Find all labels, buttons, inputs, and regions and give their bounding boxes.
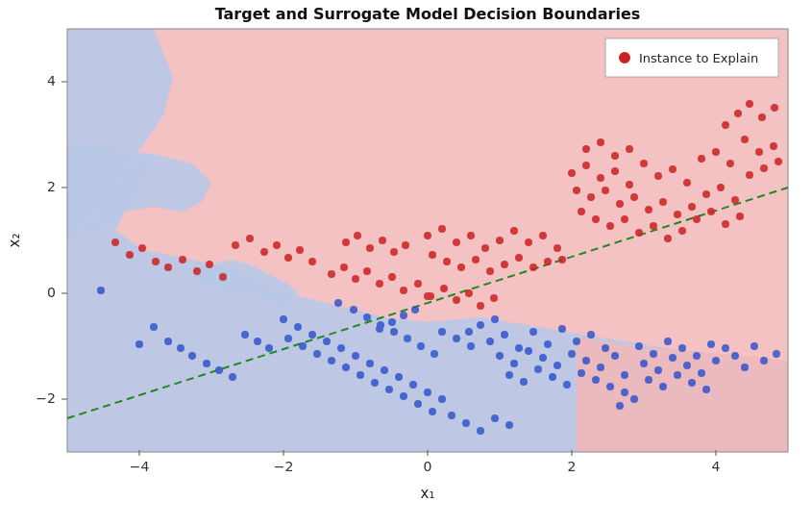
y-tick-4: 4 (47, 73, 56, 88)
svg-point-22 (529, 328, 537, 336)
svg-point-216 (379, 237, 386, 244)
svg-point-197 (465, 289, 473, 297)
svg-point-118 (417, 342, 425, 350)
svg-point-111 (265, 344, 273, 352)
svg-point-81 (323, 338, 331, 345)
svg-point-158 (678, 227, 686, 235)
svg-point-233 (582, 145, 590, 153)
svg-point-193 (414, 280, 422, 288)
svg-point-169 (746, 171, 753, 179)
svg-point-87 (409, 381, 417, 389)
svg-point-162 (736, 213, 744, 220)
svg-point-34 (582, 357, 590, 364)
svg-point-138 (683, 179, 691, 187)
svg-point-84 (366, 360, 374, 367)
svg-point-148 (702, 190, 710, 198)
svg-point-173 (438, 225, 446, 233)
svg-point-215 (366, 244, 374, 252)
svg-point-167 (755, 148, 763, 156)
svg-point-237 (424, 292, 431, 300)
svg-point-120 (448, 412, 455, 419)
svg-point-64 (491, 315, 499, 323)
svg-point-69 (621, 389, 628, 396)
svg-point-29 (510, 360, 518, 367)
svg-point-199 (490, 294, 498, 302)
svg-point-150 (731, 196, 739, 204)
svg-point-90 (284, 335, 292, 342)
svg-point-139 (573, 187, 580, 194)
svg-point-95 (357, 371, 364, 379)
svg-point-232 (771, 104, 778, 112)
svg-point-50 (693, 352, 701, 360)
svg-point-235 (611, 152, 619, 160)
x-tick-minus4: −4 (130, 459, 150, 474)
svg-point-161 (722, 220, 729, 228)
svg-point-35 (597, 364, 604, 371)
svg-point-144 (645, 206, 652, 213)
svg-point-202 (352, 275, 359, 283)
svg-point-106 (203, 360, 210, 367)
svg-point-206 (232, 241, 239, 249)
svg-point-91 (299, 342, 307, 350)
svg-point-175 (467, 232, 475, 239)
svg-point-212 (308, 258, 316, 265)
svg-point-176 (481, 244, 489, 252)
svg-point-62 (702, 386, 710, 393)
svg-point-228 (722, 121, 729, 129)
svg-point-82 (337, 344, 345, 352)
svg-point-160 (707, 208, 715, 215)
svg-point-31 (539, 354, 547, 362)
svg-point-156 (650, 222, 657, 230)
svg-point-47 (650, 350, 657, 358)
svg-point-76 (760, 357, 768, 364)
svg-point-143 (630, 193, 638, 201)
svg-point-20 (501, 331, 508, 339)
svg-point-102 (150, 323, 158, 331)
svg-point-172 (424, 232, 431, 239)
svg-point-21 (515, 344, 523, 352)
svg-point-140 (587, 193, 595, 201)
svg-point-122 (477, 427, 484, 435)
svg-point-83 (352, 352, 359, 360)
svg-point-54 (669, 354, 677, 362)
svg-point-79 (294, 323, 302, 331)
x-tick-4: 4 (712, 459, 721, 474)
svg-point-168 (770, 142, 777, 150)
svg-point-70 (630, 395, 638, 403)
svg-point-209 (273, 241, 281, 249)
svg-point-179 (525, 238, 532, 246)
svg-point-97 (385, 386, 393, 393)
svg-point-217 (390, 248, 398, 256)
svg-point-117 (404, 335, 411, 342)
svg-point-174 (453, 238, 460, 246)
svg-point-163 (698, 155, 705, 163)
svg-point-147 (688, 203, 696, 211)
svg-point-224 (111, 238, 119, 246)
svg-point-164 (712, 148, 720, 156)
svg-point-63 (477, 321, 484, 329)
svg-point-45 (621, 371, 628, 379)
legend-instance-label: Instance to Explain (639, 51, 758, 65)
svg-point-107 (215, 366, 223, 374)
svg-point-71 (616, 402, 624, 410)
svg-point-30 (525, 347, 532, 355)
svg-point-182 (443, 258, 451, 265)
svg-point-23 (544, 340, 552, 348)
svg-point-49 (678, 344, 686, 352)
svg-point-177 (496, 237, 504, 244)
svg-point-112 (334, 299, 342, 307)
svg-point-25 (573, 338, 580, 345)
svg-point-26 (587, 331, 595, 339)
svg-point-134 (626, 181, 633, 188)
svg-point-57 (712, 357, 720, 364)
svg-point-185 (486, 267, 494, 275)
svg-point-109 (241, 331, 249, 339)
svg-point-227 (152, 258, 160, 265)
svg-point-78 (280, 315, 287, 323)
svg-point-24 (558, 325, 566, 333)
svg-point-146 (674, 211, 681, 218)
svg-point-110 (254, 338, 261, 345)
svg-point-52 (640, 360, 648, 367)
svg-point-53 (654, 366, 662, 374)
svg-point-33 (568, 350, 576, 358)
